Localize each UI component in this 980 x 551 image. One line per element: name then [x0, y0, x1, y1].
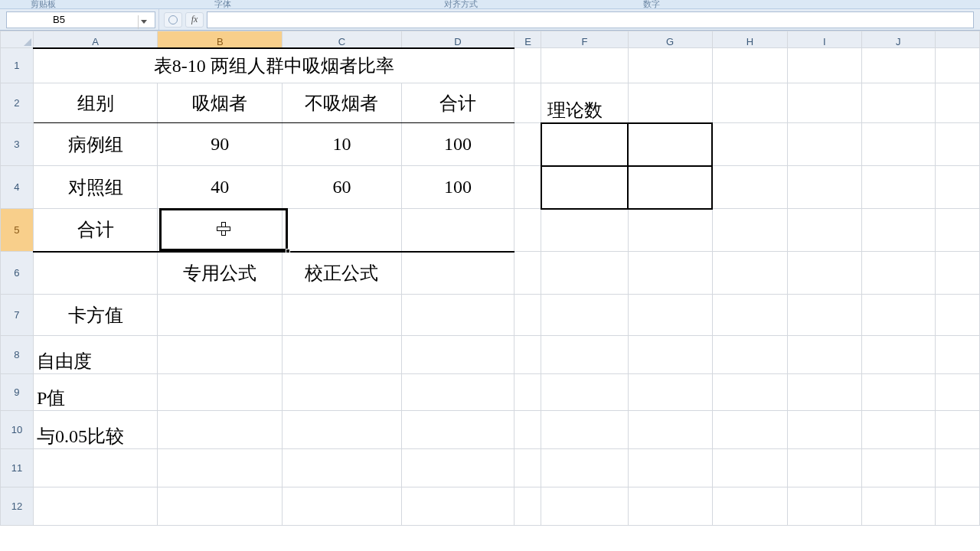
ribbon-strip: 剪贴板 字体 对齐方式 数字 [0, 0, 980, 9]
cell-B2[interactable]: 吸烟者 [158, 91, 282, 116]
name-box[interactable]: B5 [6, 11, 155, 28]
col-header-J[interactable]: J [861, 31, 936, 48]
cell-A5[interactable]: 合计 [34, 217, 157, 242]
cell-C2[interactable]: 不吸烟者 [283, 91, 400, 116]
col-header-H[interactable]: H [712, 31, 788, 48]
cell-A10[interactable]: 与0.05比较 [34, 424, 157, 448]
col-header-more[interactable] [936, 31, 980, 48]
cell-A7[interactable]: 卡方值 [34, 303, 157, 328]
name-box-value: B5 [53, 14, 65, 25]
ribbon-group-number: 数字 [643, 0, 660, 10]
col-header-E[interactable]: E [514, 31, 541, 48]
row-header-9[interactable]: 9 [1, 374, 34, 411]
formula-bar[interactable] [207, 11, 974, 28]
insert-function-button[interactable]: fx [185, 12, 204, 28]
cell-D4[interactable]: 100 [402, 177, 514, 197]
col-header-I[interactable]: I [788, 31, 861, 48]
row-header-6[interactable]: 6 [1, 252, 34, 295]
col-header-G[interactable]: G [628, 31, 712, 48]
name-box-dropdown[interactable] [138, 15, 149, 29]
row-header-3[interactable]: 3 [1, 123, 34, 166]
row-header-12[interactable]: 12 [1, 487, 34, 526]
cell-B6[interactable]: 专用公式 [158, 261, 282, 285]
cell-A8[interactable]: 自由度 [34, 349, 157, 373]
circle-icon [168, 15, 178, 24]
ribbon-group-align: 对齐方式 [444, 0, 478, 10]
cell-B3[interactable]: 90 [158, 134, 282, 155]
formula-refresh-button[interactable] [164, 12, 182, 28]
select-all-corner[interactable] [1, 31, 34, 48]
row-header-8[interactable]: 8 [1, 336, 34, 374]
cell-C3[interactable]: 10 [283, 134, 400, 155]
col-header-A[interactable]: A [33, 31, 157, 48]
cell-A1-title[interactable]: 表8-10 两组人群中吸烟者比率 [34, 54, 514, 78]
cell-A2[interactable]: 组别 [34, 91, 157, 116]
fx-icon: fx [191, 14, 198, 25]
col-header-B[interactable]: B [158, 31, 283, 48]
ribbon-group-font: 字体 [214, 0, 231, 10]
row-header-1[interactable]: 1 [1, 48, 34, 83]
spreadsheet-grid[interactable]: A B C D E F G H I J 1 表8-10 两组人群中吸烟者比率 2… [0, 31, 980, 526]
row-header-7[interactable]: 7 [1, 295, 34, 336]
col-header-D[interactable]: D [401, 31, 514, 48]
row-header-11[interactable]: 11 [1, 449, 34, 487]
cell-D3[interactable]: 100 [402, 134, 514, 155]
cell-B4[interactable]: 40 [158, 177, 282, 197]
cell-F2[interactable]: 理论数 [541, 98, 627, 122]
fill-handle[interactable] [286, 249, 290, 253]
cell-C6[interactable]: 校正公式 [283, 261, 400, 285]
row-header-2[interactable]: 2 [1, 83, 34, 123]
col-header-F[interactable]: F [541, 31, 628, 48]
row-header-4[interactable]: 4 [1, 166, 34, 209]
cell-A9[interactable]: P值 [34, 386, 157, 410]
cell-A3[interactable]: 病例组 [34, 132, 157, 157]
row-header-10[interactable]: 10 [1, 411, 34, 449]
cell-A4[interactable]: 对照组 [34, 175, 157, 200]
cell-D2[interactable]: 合计 [402, 91, 514, 116]
formula-row: B5 fx [0, 9, 980, 31]
row-header-5[interactable]: 5 [1, 209, 34, 252]
col-header-C[interactable]: C [283, 31, 401, 48]
cell-C4[interactable]: 60 [283, 177, 400, 197]
